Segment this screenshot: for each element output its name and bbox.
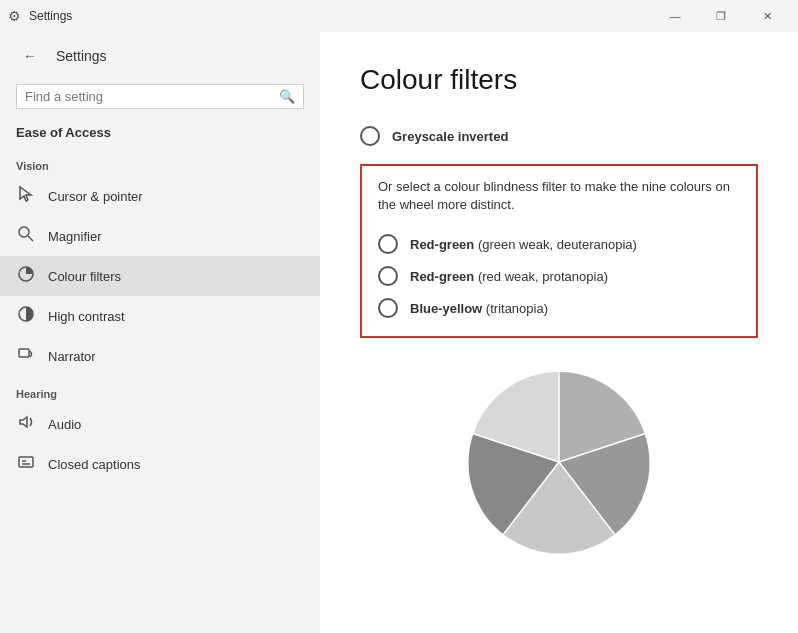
svg-line-1 [28,236,33,241]
blue-yellow-label: Blue-yellow (tritanopia) [410,301,548,316]
audio-icon [16,413,36,435]
close-button[interactable]: ✕ [744,0,790,32]
sidebar-item-cursor[interactable]: Cursor & pointer [0,176,320,216]
sidebar-item-high-contrast-label: High contrast [48,309,125,324]
maximize-button[interactable]: ❐ [698,0,744,32]
sidebar-item-cursor-label: Cursor & pointer [48,189,143,204]
sidebar-item-high-contrast[interactable]: High contrast [0,296,320,336]
content-area: Colour filters Greyscale inverted Or sel… [320,32,798,633]
greyscale-inverted-option[interactable]: Greyscale inverted [360,120,758,152]
svg-rect-5 [19,457,33,467]
greyscale-inverted-label: Greyscale inverted [392,129,508,144]
hearing-section-label: Hearing [0,376,320,404]
search-icon: 🔍 [279,89,295,104]
sidebar-item-narrator[interactable]: Narrator [0,336,320,376]
sidebar-item-audio[interactable]: Audio [0,404,320,444]
closed-captions-icon [16,453,36,475]
minimize-button[interactable]: — [652,0,698,32]
high-contrast-icon [16,305,36,327]
narrator-icon [16,345,36,367]
red-green-weak-radio[interactable] [378,234,398,254]
settings-icon: ⚙ [8,8,21,24]
sidebar-item-magnifier-label: Magnifier [48,229,101,244]
app-body: ← Settings 🔍 Ease of Access Vision Curso… [0,32,798,633]
blue-yellow-radio[interactable] [378,298,398,318]
blindness-filter-box: Or select a colour blindness filter to m… [360,164,758,338]
sidebar-item-closed-captions[interactable]: Closed captions [0,444,320,484]
colour-wheel-container [360,362,758,562]
window-controls: — ❐ ✕ [652,0,790,32]
sidebar-item-audio-label: Audio [48,417,81,432]
colour-filters-icon [16,265,36,287]
sidebar-app-title: Settings [56,48,107,64]
vision-section-label: Vision [0,148,320,176]
blue-yellow-option[interactable]: Blue-yellow (tritanopia) [378,292,740,324]
search-box[interactable]: 🔍 [16,84,304,109]
svg-rect-4 [19,349,29,357]
svg-point-0 [19,227,29,237]
sidebar-item-colour-filters-label: Colour filters [48,269,121,284]
sidebar-item-colour-filters[interactable]: Colour filters [0,256,320,296]
search-input[interactable] [25,89,279,104]
red-green-strong-label: Red-green (red weak, protanopia) [410,269,608,284]
cursor-icon [16,185,36,207]
colour-wheel-chart [459,362,659,562]
red-green-weak-option[interactable]: Red-green (green weak, deuteranopia) [378,228,740,260]
red-green-strong-option[interactable]: Red-green (red weak, protanopia) [378,260,740,292]
sidebar-item-narrator-label: Narrator [48,349,96,364]
blindness-description: Or select a colour blindness filter to m… [378,178,740,214]
back-button[interactable]: ← [16,42,44,70]
red-green-weak-label: Red-green (green weak, deuteranopia) [410,237,637,252]
sidebar: ← Settings 🔍 Ease of Access Vision Curso… [0,32,320,633]
red-green-strong-radio[interactable] [378,266,398,286]
greyscale-inverted-radio[interactable] [360,126,380,146]
sidebar-item-magnifier[interactable]: Magnifier [0,216,320,256]
magnifier-icon [16,225,36,247]
sidebar-header: ← Settings [0,32,320,80]
sidebar-item-closed-captions-label: Closed captions [48,457,141,472]
titlebar-title: Settings [29,9,652,23]
titlebar: ⚙ Settings — ❐ ✕ [0,0,798,32]
ease-of-access-label: Ease of Access [0,121,320,148]
page-title: Colour filters [360,64,758,96]
